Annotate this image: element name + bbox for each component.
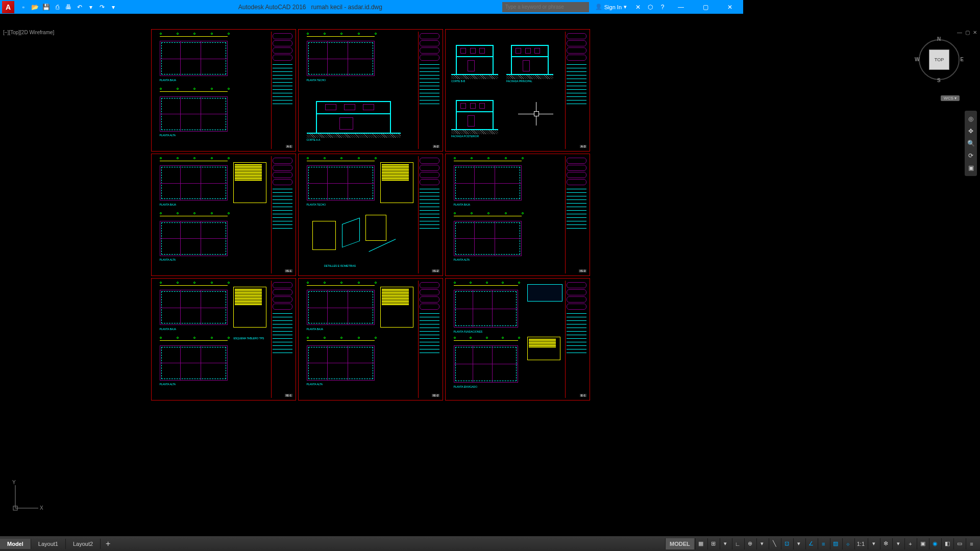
elevation <box>506 38 553 76</box>
notes-block <box>380 162 413 204</box>
sheet-number: A-3 <box>580 145 586 148</box>
signin-label: Sign In <box>604 4 622 10</box>
title-block: IE-1 <box>271 281 293 398</box>
elevation <box>451 93 498 131</box>
notes-block <box>527 337 560 360</box>
drawing-sheets: PLANTA BAJAPLANTA ALTAA-1PLANTA TECHOCOR… <box>151 29 590 400</box>
drawing-area: PLANTA BAJAPLANTA ALTA <box>154 156 271 273</box>
elevation-label: CORTE A-A <box>307 138 321 141</box>
plan-label: PLANTA ALTA <box>160 134 176 137</box>
user-icon: 👤 <box>595 4 602 10</box>
drawing-area: CORTE B-BFACHADA PRINCIPALFACHADA POSTER… <box>448 32 565 149</box>
notes-block <box>233 287 266 328</box>
sheet-IE-2: PLANTA BAJAPLANTA ALTAIE-2 <box>298 278 443 400</box>
title-block: IS-3 <box>565 156 587 273</box>
save-icon[interactable]: 💾 <box>41 2 51 12</box>
plan-label: PLANTA BAJA <box>160 328 177 331</box>
close-button[interactable]: ✕ <box>719 1 741 14</box>
plan-label: PLANTA ALTA <box>160 258 176 261</box>
plan-label: PLANTA ALTA <box>160 383 176 386</box>
plan-label: PLANTA FUNDACIONES <box>454 330 483 333</box>
autodesk360-icon[interactable]: ⬡ <box>645 2 655 12</box>
sheet-A-2: PLANTA TECHOCORTE A-AA-2 <box>298 29 443 152</box>
title-block: A-2 <box>418 32 440 149</box>
title-block: E-1 <box>565 281 587 398</box>
sheet-A-1: PLANTA BAJAPLANTA ALTAA-1 <box>151 29 296 152</box>
title-block: A-3 <box>565 32 587 149</box>
plan-label: PLANTA BAJA <box>160 79 177 82</box>
elevation-label: CORTE B-B <box>451 80 465 83</box>
undo-drop-icon[interactable]: ▾ <box>86 2 96 12</box>
plan-label: PLANTA TECHO <box>307 79 326 82</box>
quick-access-toolbar: ▫ 📂 💾 ⎙ 🖶 ↶ ▾ ↷ ▾ <box>18 2 118 12</box>
sheet-number: A-1 <box>286 145 292 148</box>
sheet-number: IE-1 <box>285 394 292 397</box>
drawing-canvas[interactable]: [−][Top][2D Wireframe] — ▢ ✕ PLANTA BAJA… <box>0 14 743 416</box>
app-icon[interactable]: A <box>2 1 14 13</box>
exchange-icon[interactable]: ✕ <box>633 2 643 12</box>
chevron-down-icon: ▾ <box>624 4 627 10</box>
undo-icon[interactable]: ↶ <box>75 2 85 12</box>
plan-label: PLANTA ALTA <box>307 383 323 386</box>
sheet-number: E-1 <box>580 394 586 397</box>
open-icon[interactable]: 📂 <box>30 2 40 12</box>
new-icon[interactable]: ▫ <box>18 2 29 12</box>
search-input[interactable] <box>502 2 589 12</box>
drawing-area: PLANTA BAJAPLANTA ALTA <box>154 32 271 149</box>
sheet-A-3: CORTE B-BFACHADA PRINCIPALFACHADA POSTER… <box>445 29 590 152</box>
sheet-IS-2: PLANTA TECHODETALLES E ISOMETRIASIS-2 <box>298 154 443 276</box>
redo-icon[interactable]: ↷ <box>97 2 107 12</box>
drawing-area: PLANTA BAJAPLANTA ALTA <box>301 281 418 398</box>
plan-label: PLANTA BAJA <box>307 328 324 331</box>
minimize-button[interactable]: — <box>670 1 692 14</box>
elevation-label: FACHADA POSTERIOR <box>451 135 479 138</box>
drawing-area: PLANTA TECHODETALLES E ISOMETRIAS <box>301 156 418 273</box>
sheet-E-1: PLANTA FUNDACIONESPLANTA ENVIGADOE-1 <box>445 278 590 400</box>
notes-block <box>233 162 266 204</box>
plan-label: PLANTA ENVIGADO <box>454 385 478 388</box>
plan-label: PLANTA TECHO <box>307 203 326 206</box>
sheet-IS-1: PLANTA BAJAPLANTA ALTAIS-1 <box>151 154 296 276</box>
print-icon[interactable]: 🖶 <box>63 2 74 12</box>
sheet-IE-1: PLANTA BAJAPLANTA ALTAESQUEMA TABLERO TP… <box>151 278 296 400</box>
sheet-number: IS-3 <box>579 269 586 272</box>
sheet-IS-3: PLANTA BAJAPLANTA ALTAIS-3 <box>445 154 590 276</box>
maximize-button[interactable]: ▢ <box>694 1 717 14</box>
titlebar: A ▫ 📂 💾 ⎙ 🖶 ↶ ▾ ↷ ▾ Autodesk AutoCAD 201… <box>0 0 743 14</box>
title-block: IE-2 <box>418 281 440 398</box>
drawing-area: PLANTA BAJAPLANTA ALTA <box>448 156 565 273</box>
sheet-number: A-2 <box>433 145 439 148</box>
title-block: IS-1 <box>271 156 293 273</box>
elevation <box>451 38 498 76</box>
sheet-number: IE-2 <box>432 394 439 397</box>
titlebar-right: 👤 Sign In ▾ ✕ ⬡ ? — ▢ ✕ <box>502 1 741 14</box>
title-block: A-1 <box>271 32 293 149</box>
elevation-label: FACHADA PRINCIPAL <box>506 80 532 83</box>
plan-label: PLANTA ALTA <box>454 258 470 261</box>
drawing-area: PLANTA TECHOCORTE A-A <box>301 32 418 149</box>
title-block: IS-2 <box>418 156 440 273</box>
plan-label: PLANTA BAJA <box>160 203 177 206</box>
sheet-number: IS-2 <box>432 269 439 272</box>
notes-block <box>380 287 413 328</box>
elevation <box>307 93 401 134</box>
plan-label: PLANTA BAJA <box>454 203 471 206</box>
saveas-icon[interactable]: ⎙ <box>52 2 62 12</box>
viewport-label[interactable]: [−][Top][2D Wireframe] <box>3 30 54 35</box>
window-title: Autodesk AutoCAD 2016 rumah kecil - asda… <box>118 4 502 11</box>
help-icon[interactable]: ? <box>657 2 668 12</box>
signin-button[interactable]: 👤 Sign In ▾ <box>591 4 631 10</box>
sheet-number: IS-1 <box>285 269 292 272</box>
drawing-area: PLANTA FUNDACIONESPLANTA ENVIGADO <box>448 281 565 398</box>
drawing-area: PLANTA BAJAPLANTA ALTAESQUEMA TABLERO TP… <box>154 281 271 398</box>
redo-drop-icon[interactable]: ▾ <box>108 2 118 12</box>
